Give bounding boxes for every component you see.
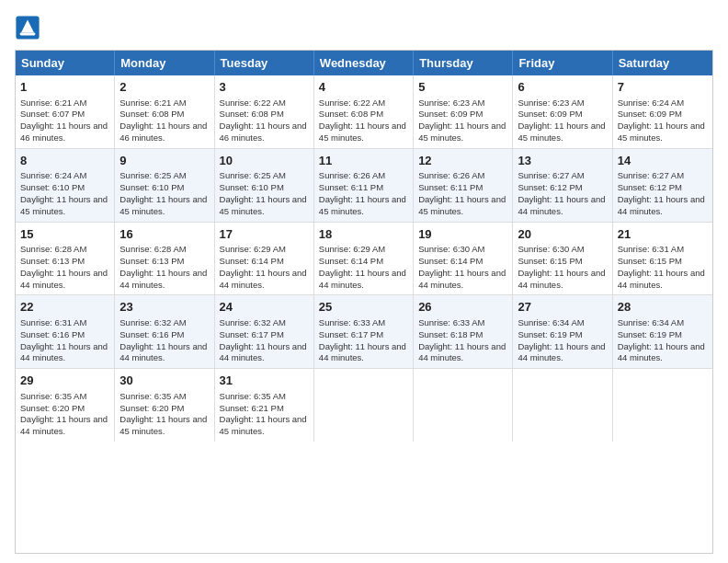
day-number: 14 [618, 153, 708, 169]
day-number: 9 [119, 153, 209, 169]
sunset-label: Sunset: 6:17 PM [220, 329, 284, 339]
day-cell-23: 23 Sunrise: 6:32 AM Sunset: 6:16 PM Dayl… [115, 295, 214, 368]
daylight-label: Daylight: 11 hours and 44 minutes. [20, 341, 108, 363]
day-cell-26: 26 Sunrise: 6:33 AM Sunset: 6:18 PM Dayl… [414, 295, 513, 368]
day-number: 11 [319, 153, 408, 169]
day-header-wednesday: Wednesday [314, 51, 414, 75]
sunrise-label: Sunrise: 6:35 AM [20, 391, 86, 401]
day-cell-13: 13 Sunrise: 6:27 AM Sunset: 6:12 PM Dayl… [513, 149, 612, 222]
sunrise-label: Sunrise: 6:23 AM [418, 98, 484, 108]
sunrise-label: Sunrise: 6:25 AM [220, 170, 286, 180]
daylight-label: Daylight: 11 hours and 46 minutes. [20, 121, 108, 143]
day-cell-27: 27 Sunrise: 6:34 AM Sunset: 6:19 PM Dayl… [513, 295, 612, 368]
daylight-label: Daylight: 11 hours and 44 minutes. [518, 268, 605, 290]
sunset-label: Sunset: 6:15 PM [518, 256, 582, 266]
day-cell-31: 31 Sunrise: 6:35 AM Sunset: 6:21 PM Dayl… [215, 369, 314, 442]
daylight-label: Daylight: 11 hours and 45 minutes. [418, 194, 506, 216]
day-number: 6 [518, 79, 607, 96]
sunset-label: Sunset: 6:09 PM [418, 109, 483, 119]
sunset-label: Sunset: 6:09 PM [618, 109, 682, 119]
day-number: 3 [220, 79, 309, 96]
day-number: 13 [518, 153, 607, 169]
week-row-2: 8 Sunrise: 6:24 AM Sunset: 6:10 PM Dayli… [16, 149, 712, 223]
day-number: 4 [319, 79, 408, 96]
sunset-label: Sunset: 6:13 PM [119, 256, 184, 266]
sunset-label: Sunset: 6:07 PM [20, 109, 85, 119]
sunset-label: Sunset: 6:21 PM [220, 403, 284, 413]
day-header-saturday: Saturday [613, 51, 712, 75]
day-cell-7: 7 Sunrise: 6:24 AM Sunset: 6:09 PM Dayli… [613, 75, 712, 148]
sunrise-label: Sunrise: 6:33 AM [418, 317, 484, 327]
sunset-label: Sunset: 6:08 PM [319, 109, 383, 119]
sunrise-label: Sunrise: 6:26 AM [418, 170, 484, 180]
daylight-label: Daylight: 11 hours and 44 minutes. [119, 268, 207, 290]
day-cell-17: 17 Sunrise: 6:29 AM Sunset: 6:14 PM Dayl… [215, 223, 314, 295]
day-cell-25: 25 Sunrise: 6:33 AM Sunset: 6:17 PM Dayl… [314, 295, 414, 368]
day-cell-20: 20 Sunrise: 6:30 AM Sunset: 6:15 PM Dayl… [513, 223, 612, 295]
day-cell-10: 10 Sunrise: 6:25 AM Sunset: 6:10 PM Dayl… [215, 149, 314, 222]
sunset-label: Sunset: 6:11 PM [319, 182, 383, 192]
sunset-label: Sunset: 6:20 PM [119, 403, 184, 413]
sunset-label: Sunset: 6:08 PM [119, 109, 184, 119]
day-number: 15 [20, 226, 109, 243]
sunset-label: Sunset: 6:14 PM [220, 256, 284, 266]
sunrise-label: Sunrise: 6:31 AM [20, 317, 86, 327]
sunset-label: Sunset: 6:11 PM [418, 182, 483, 192]
day-number: 18 [319, 226, 408, 243]
day-cell-21: 21 Sunrise: 6:31 AM Sunset: 6:15 PM Dayl… [613, 223, 712, 295]
header [15, 15, 713, 40]
sunrise-label: Sunrise: 6:22 AM [220, 98, 286, 108]
daylight-label: Daylight: 11 hours and 46 minutes. [119, 121, 207, 143]
empty-cell [414, 369, 513, 442]
sunrise-label: Sunrise: 6:29 AM [319, 244, 385, 254]
daylight-label: Daylight: 11 hours and 45 minutes. [220, 414, 307, 436]
day-number: 28 [618, 299, 708, 316]
daylight-label: Daylight: 11 hours and 44 minutes. [119, 341, 207, 363]
daylight-label: Daylight: 11 hours and 44 minutes. [618, 194, 705, 216]
daylight-label: Daylight: 11 hours and 45 minutes. [20, 194, 108, 216]
sunrise-label: Sunrise: 6:21 AM [119, 98, 186, 108]
day-cell-16: 16 Sunrise: 6:28 AM Sunset: 6:13 PM Dayl… [115, 223, 214, 295]
sunset-label: Sunset: 6:10 PM [220, 182, 284, 192]
day-header-tuesday: Tuesday [215, 51, 314, 75]
svg-rect-2 [20, 33, 36, 36]
sunrise-label: Sunrise: 6:30 AM [518, 244, 584, 254]
day-number: 20 [518, 226, 607, 243]
calendar: SundayMondayTuesdayWednesdayThursdayFrid… [15, 50, 713, 554]
sunset-label: Sunset: 6:13 PM [20, 256, 85, 266]
day-number: 2 [119, 79, 209, 96]
day-number: 1 [20, 79, 109, 96]
daylight-label: Daylight: 11 hours and 44 minutes. [618, 341, 705, 363]
day-cell-2: 2 Sunrise: 6:21 AM Sunset: 6:08 PM Dayli… [115, 75, 214, 148]
day-number: 23 [119, 299, 209, 316]
day-number: 10 [220, 153, 309, 169]
day-cell-3: 3 Sunrise: 6:22 AM Sunset: 6:08 PM Dayli… [215, 75, 314, 148]
day-cell-1: 1 Sunrise: 6:21 AM Sunset: 6:07 PM Dayli… [16, 75, 115, 148]
day-number: 25 [319, 299, 408, 316]
week-row-4: 22 Sunrise: 6:31 AM Sunset: 6:16 PM Dayl… [16, 295, 712, 369]
week-row-3: 15 Sunrise: 6:28 AM Sunset: 6:13 PM Dayl… [16, 223, 712, 296]
page: SundayMondayTuesdayWednesdayThursdayFrid… [0, 0, 728, 563]
day-number: 8 [20, 153, 109, 169]
sunset-label: Sunset: 6:08 PM [220, 109, 284, 119]
day-number: 22 [20, 299, 109, 316]
day-cell-22: 22 Sunrise: 6:31 AM Sunset: 6:16 PM Dayl… [16, 295, 115, 368]
day-number: 24 [220, 299, 309, 316]
day-cell-29: 29 Sunrise: 6:35 AM Sunset: 6:20 PM Dayl… [16, 369, 115, 442]
day-number: 12 [418, 153, 507, 169]
sunset-label: Sunset: 6:12 PM [618, 182, 682, 192]
daylight-label: Daylight: 11 hours and 44 minutes. [418, 341, 506, 363]
empty-cell [513, 369, 612, 442]
day-cell-4: 4 Sunrise: 6:22 AM Sunset: 6:08 PM Dayli… [314, 75, 414, 148]
daylight-label: Daylight: 11 hours and 44 minutes. [418, 268, 506, 290]
sunrise-label: Sunrise: 6:28 AM [20, 244, 86, 254]
calendar-header: SundayMondayTuesdayWednesdayThursdayFrid… [16, 51, 712, 75]
week-row-5: 29 Sunrise: 6:35 AM Sunset: 6:20 PM Dayl… [16, 369, 712, 442]
sunset-label: Sunset: 6:15 PM [618, 256, 682, 266]
sunset-label: Sunset: 6:20 PM [20, 403, 85, 413]
day-number: 19 [418, 226, 507, 243]
sunrise-label: Sunrise: 6:23 AM [518, 98, 584, 108]
daylight-label: Daylight: 11 hours and 46 minutes. [220, 121, 307, 143]
daylight-label: Daylight: 11 hours and 45 minutes. [119, 414, 207, 436]
daylight-label: Daylight: 11 hours and 45 minutes. [220, 194, 307, 216]
